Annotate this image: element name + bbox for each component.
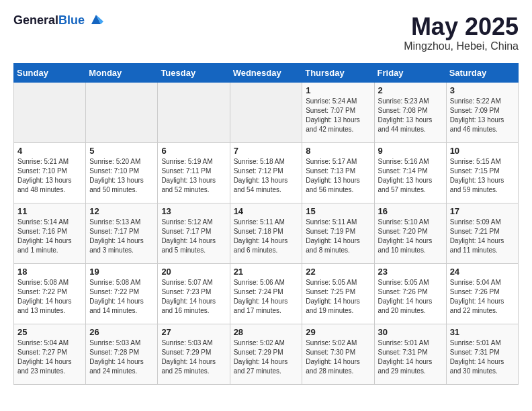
- day-number: 25: [17, 327, 82, 337]
- day-cell: [158, 82, 230, 142]
- day-info: Sunrise: 5:02 AM Sunset: 7:29 PM Dayligh…: [234, 338, 299, 376]
- day-cell: 7Sunrise: 5:18 AM Sunset: 7:12 PM Daylig…: [230, 142, 302, 203]
- day-info: Sunrise: 5:05 AM Sunset: 7:25 PM Dayligh…: [306, 278, 370, 316]
- day-info: Sunrise: 5:03 AM Sunset: 7:28 PM Dayligh…: [89, 338, 154, 376]
- day-number: 16: [378, 206, 443, 216]
- month-title: May 2025: [404, 13, 519, 40]
- day-cell: 28Sunrise: 5:02 AM Sunset: 7:29 PM Dayli…: [230, 324, 302, 384]
- week-row-3: 11Sunrise: 5:14 AM Sunset: 7:16 PM Dayli…: [14, 203, 519, 263]
- day-cell: 29Sunrise: 5:02 AM Sunset: 7:30 PM Dayli…: [302, 324, 374, 384]
- day-info: Sunrise: 5:05 AM Sunset: 7:26 PM Dayligh…: [378, 278, 443, 316]
- day-cell: 23Sunrise: 5:05 AM Sunset: 7:26 PM Dayli…: [374, 263, 446, 324]
- logo-general: General: [13, 13, 58, 27]
- day-cell: 19Sunrise: 5:08 AM Sunset: 7:22 PM Dayli…: [86, 263, 158, 324]
- title-block: May 2025 Mingzhou, Hebei, China: [404, 13, 519, 52]
- day-number: 12: [89, 206, 154, 216]
- page-header: GeneralBlue May 2025 Mingzhou, Hebei, Ch…: [13, 13, 519, 52]
- day-info: Sunrise: 5:07 AM Sunset: 7:23 PM Dayligh…: [161, 278, 226, 316]
- day-number: 30: [378, 327, 443, 337]
- day-number: 9: [378, 146, 443, 156]
- day-cell: 15Sunrise: 5:11 AM Sunset: 7:19 PM Dayli…: [302, 203, 374, 263]
- logo-icon: [89, 12, 103, 27]
- day-info: Sunrise: 5:22 AM Sunset: 7:09 PM Dayligh…: [450, 97, 515, 134]
- day-number: 4: [17, 146, 82, 156]
- day-info: Sunrise: 5:16 AM Sunset: 7:14 PM Dayligh…: [378, 157, 443, 195]
- day-cell: 4Sunrise: 5:21 AM Sunset: 7:10 PM Daylig…: [14, 142, 86, 203]
- day-number: 24: [450, 267, 515, 277]
- day-info: Sunrise: 5:13 AM Sunset: 7:17 PM Dayligh…: [89, 218, 154, 255]
- day-number: 7: [234, 146, 299, 156]
- day-number: 2: [378, 85, 443, 95]
- day-info: Sunrise: 5:03 AM Sunset: 7:29 PM Dayligh…: [161, 338, 226, 376]
- header-monday: Monday: [86, 63, 158, 82]
- day-info: Sunrise: 5:17 AM Sunset: 7:13 PM Dayligh…: [306, 157, 370, 195]
- day-number: 28: [234, 327, 299, 337]
- day-info: Sunrise: 5:01 AM Sunset: 7:31 PM Dayligh…: [378, 338, 443, 376]
- day-cell: 13Sunrise: 5:12 AM Sunset: 7:17 PM Dayli…: [158, 203, 230, 263]
- day-cell: 6Sunrise: 5:19 AM Sunset: 7:11 PM Daylig…: [158, 142, 230, 203]
- day-number: 26: [89, 327, 154, 337]
- day-info: Sunrise: 5:11 AM Sunset: 7:18 PM Dayligh…: [234, 218, 299, 255]
- day-info: Sunrise: 5:15 AM Sunset: 7:15 PM Dayligh…: [450, 157, 515, 195]
- day-cell: 25Sunrise: 5:04 AM Sunset: 7:27 PM Dayli…: [14, 324, 86, 384]
- day-info: Sunrise: 5:01 AM Sunset: 7:31 PM Dayligh…: [450, 338, 515, 376]
- day-cell: 27Sunrise: 5:03 AM Sunset: 7:29 PM Dayli…: [158, 324, 230, 384]
- day-cell: 26Sunrise: 5:03 AM Sunset: 7:28 PM Dayli…: [86, 324, 158, 384]
- header-thursday: Thursday: [302, 63, 374, 82]
- day-info: Sunrise: 5:11 AM Sunset: 7:19 PM Dayligh…: [306, 218, 370, 255]
- day-cell: 10Sunrise: 5:15 AM Sunset: 7:15 PM Dayli…: [446, 142, 518, 203]
- day-info: Sunrise: 5:23 AM Sunset: 7:08 PM Dayligh…: [378, 97, 443, 134]
- header-sunday: Sunday: [14, 63, 86, 82]
- day-cell: 9Sunrise: 5:16 AM Sunset: 7:14 PM Daylig…: [374, 142, 446, 203]
- header-wednesday: Wednesday: [230, 63, 302, 82]
- day-cell: 5Sunrise: 5:20 AM Sunset: 7:10 PM Daylig…: [86, 142, 158, 203]
- logo: GeneralBlue: [13, 13, 85, 28]
- week-row-4: 18Sunrise: 5:08 AM Sunset: 7:22 PM Dayli…: [14, 263, 519, 324]
- day-cell: 24Sunrise: 5:04 AM Sunset: 7:26 PM Dayli…: [446, 263, 518, 324]
- day-number: 15: [306, 206, 370, 216]
- day-cell: 14Sunrise: 5:11 AM Sunset: 7:18 PM Dayli…: [230, 203, 302, 263]
- calendar-table: SundayMondayTuesdayWednesdayThursdayFrid…: [13, 63, 519, 385]
- day-info: Sunrise: 5:06 AM Sunset: 7:24 PM Dayligh…: [234, 278, 299, 316]
- day-number: 20: [161, 267, 226, 277]
- day-number: 13: [161, 206, 226, 216]
- day-cell: 16Sunrise: 5:10 AM Sunset: 7:20 PM Dayli…: [374, 203, 446, 263]
- day-info: Sunrise: 5:10 AM Sunset: 7:20 PM Dayligh…: [378, 218, 443, 255]
- day-number: 23: [378, 267, 443, 277]
- week-row-2: 4Sunrise: 5:21 AM Sunset: 7:10 PM Daylig…: [14, 142, 519, 203]
- day-number: 3: [450, 85, 515, 95]
- day-cell: 30Sunrise: 5:01 AM Sunset: 7:31 PM Dayli…: [374, 324, 446, 384]
- day-info: Sunrise: 5:08 AM Sunset: 7:22 PM Dayligh…: [17, 278, 82, 316]
- day-number: 29: [306, 327, 370, 337]
- day-number: 11: [17, 206, 82, 216]
- day-info: Sunrise: 5:21 AM Sunset: 7:10 PM Dayligh…: [17, 157, 82, 195]
- day-cell: 11Sunrise: 5:14 AM Sunset: 7:16 PM Dayli…: [14, 203, 86, 263]
- day-cell: 2Sunrise: 5:23 AM Sunset: 7:08 PM Daylig…: [374, 82, 446, 142]
- day-info: Sunrise: 5:04 AM Sunset: 7:27 PM Dayligh…: [17, 338, 82, 376]
- week-row-5: 25Sunrise: 5:04 AM Sunset: 7:27 PM Dayli…: [14, 324, 519, 384]
- day-cell: [86, 82, 158, 142]
- day-number: 1: [306, 85, 370, 95]
- day-number: 14: [234, 206, 299, 216]
- day-cell: 1Sunrise: 5:24 AM Sunset: 7:07 PM Daylig…: [302, 82, 374, 142]
- day-info: Sunrise: 5:09 AM Sunset: 7:21 PM Dayligh…: [450, 218, 515, 255]
- day-cell: 21Sunrise: 5:06 AM Sunset: 7:24 PM Dayli…: [230, 263, 302, 324]
- header-friday: Friday: [374, 63, 446, 82]
- day-info: Sunrise: 5:08 AM Sunset: 7:22 PM Dayligh…: [89, 278, 154, 316]
- day-cell: 31Sunrise: 5:01 AM Sunset: 7:31 PM Dayli…: [446, 324, 518, 384]
- day-info: Sunrise: 5:18 AM Sunset: 7:12 PM Dayligh…: [234, 157, 299, 195]
- day-info: Sunrise: 5:19 AM Sunset: 7:11 PM Dayligh…: [161, 157, 226, 195]
- day-cell: 3Sunrise: 5:22 AM Sunset: 7:09 PM Daylig…: [446, 82, 518, 142]
- day-number: 22: [306, 267, 370, 277]
- day-number: 27: [161, 327, 226, 337]
- day-info: Sunrise: 5:20 AM Sunset: 7:10 PM Dayligh…: [89, 157, 154, 195]
- header-tuesday: Tuesday: [158, 63, 230, 82]
- day-number: 21: [234, 267, 299, 277]
- calendar-header-row: SundayMondayTuesdayWednesdayThursdayFrid…: [14, 63, 519, 82]
- day-number: 17: [450, 206, 515, 216]
- day-info: Sunrise: 5:04 AM Sunset: 7:26 PM Dayligh…: [450, 278, 515, 316]
- day-info: Sunrise: 5:14 AM Sunset: 7:16 PM Dayligh…: [17, 218, 82, 255]
- day-cell: 22Sunrise: 5:05 AM Sunset: 7:25 PM Dayli…: [302, 263, 374, 324]
- header-saturday: Saturday: [446, 63, 518, 82]
- day-info: Sunrise: 5:12 AM Sunset: 7:17 PM Dayligh…: [161, 218, 226, 255]
